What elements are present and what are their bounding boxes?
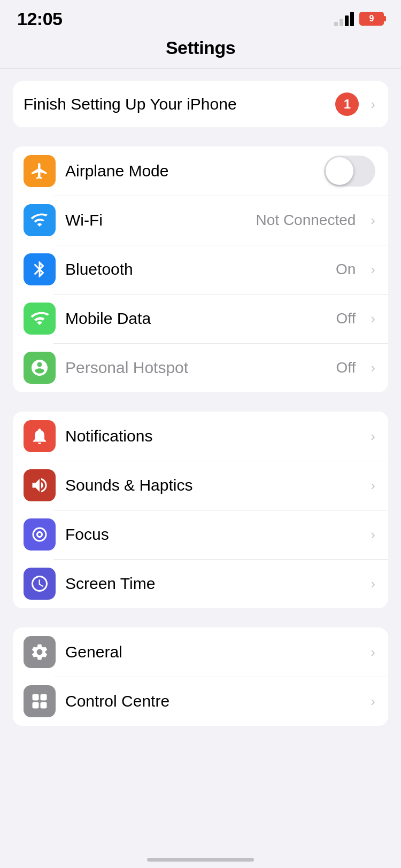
- general-icon: [24, 636, 56, 668]
- sounds-haptics-chevron-icon: ›: [371, 477, 375, 494]
- setup-row[interactable]: Finish Setting Up Your iPhone 1 ›: [13, 81, 388, 127]
- control-centre-row[interactable]: Control Centre ›: [13, 677, 388, 726]
- control-centre-chevron-icon: ›: [371, 693, 375, 710]
- connectivity-section: Airplane Mode Wi-Fi Not Connected › Blue…: [13, 146, 388, 392]
- control-centre-icon: [24, 685, 56, 717]
- mobile-data-icon: [24, 303, 56, 335]
- signal-bars-icon: [334, 12, 354, 26]
- screen-time-icon: [24, 568, 56, 600]
- svg-rect-0: [33, 694, 39, 701]
- setup-badge: 1: [335, 92, 359, 116]
- airplane-mode-row[interactable]: Airplane Mode: [13, 146, 388, 196]
- svg-rect-1: [41, 694, 47, 701]
- notifications-row[interactable]: Notifications ›: [13, 412, 388, 461]
- mobile-data-label: Mobile Data: [65, 309, 326, 328]
- bluetooth-label: Bluetooth: [65, 260, 326, 278]
- status-time: 12:05: [17, 9, 62, 29]
- focus-chevron-icon: ›: [371, 526, 375, 543]
- wifi-label: Wi-Fi: [65, 211, 246, 229]
- wifi-value: Not Connected: [256, 212, 356, 229]
- general-chevron-icon: ›: [371, 644, 375, 661]
- focus-label: Focus: [65, 525, 359, 544]
- screen-time-label: Screen Time: [65, 575, 359, 593]
- title-divider: [0, 68, 401, 68]
- setup-label: Finish Setting Up Your iPhone: [24, 95, 326, 113]
- sounds-haptics-label: Sounds & Haptics: [65, 476, 359, 494]
- sounds-haptics-row[interactable]: Sounds & Haptics ›: [13, 461, 388, 510]
- bluetooth-chevron-icon: ›: [371, 261, 375, 278]
- focus-icon: [24, 518, 56, 551]
- status-bar: 12:05 9: [0, 0, 401, 32]
- general-section: General › Control Centre ›: [13, 627, 388, 726]
- personal-hotspot-value: Off: [336, 359, 356, 376]
- wifi-row[interactable]: Wi-Fi Not Connected ›: [13, 196, 388, 245]
- sounds-haptics-icon: [24, 469, 56, 501]
- notifications-icon: [24, 420, 56, 452]
- battery-level: 9: [362, 14, 381, 24]
- mobile-data-value: Off: [336, 310, 356, 327]
- bluetooth-icon: [24, 253, 56, 285]
- setup-chevron-icon: ›: [371, 96, 375, 113]
- notifications-section: Notifications › Sounds & Haptics › Focus…: [13, 412, 388, 608]
- home-indicator: [147, 858, 254, 862]
- personal-hotspot-label: Personal Hotspot: [65, 359, 326, 377]
- svg-rect-3: [41, 702, 47, 709]
- personal-hotspot-icon: [24, 352, 56, 384]
- focus-row[interactable]: Focus ›: [13, 510, 388, 559]
- battery-icon: 9: [359, 12, 384, 26]
- control-centre-label: Control Centre: [65, 692, 359, 710]
- notifications-chevron-icon: ›: [371, 428, 375, 445]
- personal-hotspot-row[interactable]: Personal Hotspot Off ›: [13, 343, 388, 392]
- general-label: General: [65, 643, 359, 661]
- mobile-data-row[interactable]: Mobile Data Off ›: [13, 294, 388, 343]
- mobile-data-chevron-icon: ›: [371, 311, 375, 327]
- setup-card[interactable]: Finish Setting Up Your iPhone 1 ›: [13, 81, 388, 127]
- page-title: Settings: [0, 32, 401, 68]
- wifi-icon: [24, 204, 56, 236]
- personal-hotspot-chevron-icon: ›: [371, 360, 375, 376]
- status-right: 9: [334, 12, 384, 26]
- general-row[interactable]: General ›: [13, 627, 388, 677]
- bluetooth-value: On: [336, 261, 356, 278]
- svg-rect-2: [33, 702, 39, 709]
- screen-time-row[interactable]: Screen Time ›: [13, 559, 388, 608]
- bluetooth-row[interactable]: Bluetooth On ›: [13, 245, 388, 294]
- notifications-label: Notifications: [65, 427, 359, 445]
- airplane-mode-label: Airplane Mode: [65, 162, 314, 180]
- airplane-mode-toggle[interactable]: [324, 156, 375, 187]
- screen-time-chevron-icon: ›: [371, 576, 375, 592]
- airplane-mode-icon: [24, 155, 56, 187]
- wifi-chevron-icon: ›: [371, 212, 375, 229]
